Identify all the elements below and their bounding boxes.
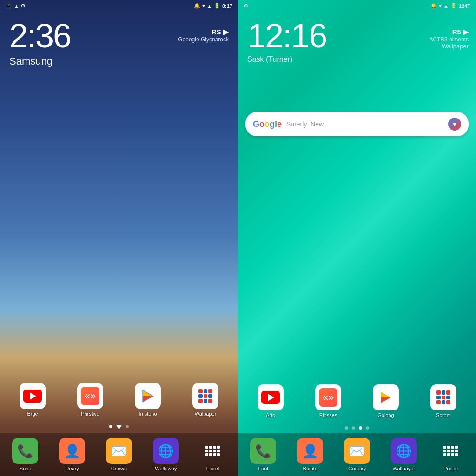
dock-buinto[interactable]: 👤 Buinto	[294, 438, 326, 471]
app-brge[interactable]: Brge	[16, 383, 49, 416]
location-label-right: Sask (Turner)	[247, 55, 467, 64]
dot-2-left	[116, 425, 122, 430]
sim-icon: 📱	[6, 3, 12, 9]
app-icon-pinsses[interactable]: «»	[315, 384, 341, 410]
google-search-bar[interactable]: Google Surerly; New ▼	[245, 112, 469, 136]
dock-label-wellpway: Wellpway	[155, 466, 177, 471]
app-instono[interactable]: In stono	[132, 383, 164, 416]
search-placeholder[interactable]: Surerly; New	[286, 120, 443, 128]
app-arto[interactable]: Arto	[254, 384, 287, 418]
signal-icon: ▲	[14, 3, 19, 9]
dock-label-fairel: Fairel	[206, 466, 219, 471]
dock-poose[interactable]: Poose	[435, 438, 467, 471]
status-icons-right: ⊙	[244, 3, 248, 9]
dock-wallpayer[interactable]: 🌐 Wallpayer	[388, 438, 420, 471]
dock-icon-contacts-right[interactable]: 👤	[297, 438, 323, 464]
dock-right: 📞 Foot 👤 Buinto ✉️ Gonaxy 🌐 Wallpayer	[238, 433, 476, 476]
dock-wellpway[interactable]: 🌐 Wellpway	[150, 438, 182, 471]
phone-right: ⊙ 🔔 ▾ ▲ 🔋 124T 12:16 Sask (Turner) R5 ▶ …	[238, 0, 476, 476]
battery-icon-right: 🔋	[450, 3, 457, 9]
app-phrstive[interactable]: «» Phrstive	[74, 383, 106, 416]
wifi-icon-right: ▾	[439, 3, 442, 9]
app-label-pinsses: Pinsses	[319, 412, 337, 418]
app-row-left: Brge «» Phrstive In stono	[0, 378, 238, 421]
svg-marker-7	[381, 397, 391, 403]
dock-icon-apps-right[interactable]	[438, 438, 464, 464]
signal-bars-icon-right: ▲	[443, 3, 449, 9]
status-right-right: 🔔 ▾ ▲ 🔋 124T	[430, 3, 470, 9]
dock-label-sons: Sons	[20, 466, 31, 471]
dock-label-cnown: Cnown	[111, 466, 127, 471]
dock-fairel[interactable]: Fairel	[197, 438, 229, 471]
google-logo: Google	[253, 119, 282, 129]
app-pinsses[interactable]: «» Pinsses	[312, 384, 344, 418]
dot-1-right	[345, 426, 348, 430]
status-bar-right: ⊙ 🔔 ▾ ▲ 🔋 124T	[238, 0, 476, 12]
dock-foot[interactable]: 📞 Foot	[247, 438, 279, 471]
app-golong[interactable]: Golong	[370, 384, 402, 418]
dock-gonaxy[interactable]: ✉️ Gonaxy	[341, 438, 373, 471]
wifi-icon: ▾	[202, 3, 205, 9]
dock-sons[interactable]: 📞 Sons	[9, 438, 41, 471]
dock-icon-browser-left[interactable]: 🌐	[153, 438, 179, 464]
dot-3-right	[359, 426, 362, 430]
voice-search-icon[interactable]: ▼	[448, 118, 461, 131]
status-icons-left: 📱 ▲ ⊙	[6, 3, 25, 9]
app-icon-arto[interactable]	[258, 384, 284, 410]
app-icon-walpaper[interactable]	[192, 383, 218, 409]
dock-label-poose: Poose	[443, 466, 458, 471]
signal-bars-icon: ▲	[207, 3, 212, 9]
dock-label-wallpayer: Wallpayer	[393, 466, 416, 471]
app-label-brge: Brge	[27, 411, 38, 416]
dock-reary[interactable]: 👤 Reary	[56, 438, 88, 471]
time-display-right: 124T	[459, 3, 470, 9]
app-label-golong: Golong	[377, 412, 394, 418]
dock-icon-contacts-left[interactable]: 👤	[59, 438, 85, 464]
app-label-phrstive: Phrstive	[81, 411, 99, 416]
dock-icon-apps-left[interactable]	[200, 438, 226, 464]
rs-label-left: RS ▶	[178, 28, 229, 36]
dock-icon-email-right[interactable]: ✉️	[344, 438, 370, 464]
app-scrom[interactable]: Scrom	[427, 384, 460, 418]
dot-2-right	[352, 426, 355, 430]
dock-icon-browser-right[interactable]: 🌐	[391, 438, 417, 464]
subtitle-left: Gooogle Glycnarock	[178, 36, 229, 43]
dock-icon-email-left[interactable]: ✉️	[106, 438, 132, 464]
app-icon-instono[interactable]	[135, 383, 161, 409]
app-icon-brge[interactable]	[20, 383, 46, 409]
status-bar-left: 📱 ▲ ⊙ 🔔 ▾ ▲ 🔋 0:17	[0, 0, 238, 12]
app-walpaper[interactable]: Walpaper	[189, 383, 222, 416]
status-right-left: 🔔 ▾ ▲ 🔋 0:17	[194, 3, 232, 9]
dock-label-foot: Foot	[258, 466, 268, 471]
dock-label-reary: Reary	[66, 466, 79, 471]
dock-cnown[interactable]: ✉️ Cnown	[103, 438, 135, 471]
dock-label-gonaxy: Gonaxy	[348, 466, 366, 471]
app-icon-phrstive[interactable]: «»	[77, 383, 103, 409]
app-icon-scrom[interactable]	[430, 384, 456, 410]
battery-icon: 🔋	[214, 3, 220, 9]
dock-label-buinto: Buinto	[303, 466, 317, 471]
app-row-right: Arto «» Pinsses Golong	[238, 380, 476, 423]
r5-label: R5 ▶	[429, 28, 469, 36]
dock-left: 📞 Sons 👤 Reary ✉️ Cnown 🌐 Wellpway	[0, 433, 238, 476]
dot-4-right	[366, 426, 369, 430]
clock-right-info-left: RS ▶ Gooogle Glycnarock	[178, 28, 229, 43]
alarm-icon-right: 🔔	[430, 3, 437, 9]
dock-icon-phone-left[interactable]: 📞	[12, 438, 38, 464]
page-dots-right	[238, 423, 476, 433]
app-icon-golong[interactable]	[373, 384, 399, 410]
brand-label-left: Samsung	[9, 55, 229, 67]
phone-left: 📱 ▲ ⊙ 🔔 ▾ ▲ 🔋 0:17 2:36 Samsung RS ▶ Goo…	[0, 0, 238, 476]
dot-1-left	[109, 425, 112, 428]
svg-marker-6	[381, 392, 391, 397]
dot-3-left	[126, 425, 129, 428]
actr3-label: ACTR3 olments	[429, 36, 469, 43]
app-label-walpaper: Walpaper	[195, 411, 217, 416]
app-label-arto: Arto	[266, 412, 275, 418]
app-label-instono: In stono	[139, 411, 157, 416]
dock-icon-phone-right[interactable]: 📞	[250, 438, 276, 464]
wallpaper-label-right: Wallpaper	[429, 43, 469, 50]
page-dots-left	[0, 421, 238, 433]
app-label-scrom: Scrom	[436, 412, 451, 418]
location-icon: ⊙	[21, 3, 25, 9]
